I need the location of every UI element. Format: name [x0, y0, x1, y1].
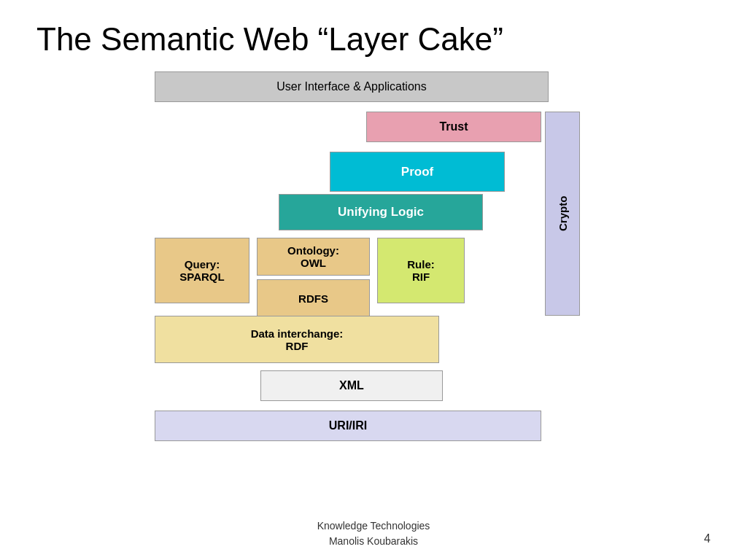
- slide: The Semantic Web “Layer Cake” User Inter…: [0, 0, 747, 560]
- footer-line1: Knowledge Technologies: [0, 518, 747, 534]
- layer-unifying-logic: Unifying Logic: [279, 194, 483, 230]
- layer-cake-diagram: User Interface & Applications Trust Proo…: [147, 71, 600, 458]
- layer-crypto: Crypto: [545, 112, 580, 316]
- footer: Knowledge Technologies Manolis Koubaraki…: [0, 518, 747, 549]
- layer-data-interchange-rdf: Data interchange: RDF: [155, 316, 439, 363]
- footer-line2: Manolis Koubarakis: [0, 534, 747, 549]
- layer-xml: XML: [260, 370, 443, 401]
- layer-ui: User Interface & Applications: [155, 71, 549, 102]
- layer-rule-rif: Rule: RIF: [377, 238, 465, 303]
- layer-ontology-owl: Ontology: OWL: [257, 238, 370, 276]
- layer-rdfs: RDFS: [257, 279, 370, 317]
- slide-title: The Semantic Web “Layer Cake”: [36, 22, 711, 57]
- layer-trust: Trust: [366, 112, 541, 142]
- layer-uri-iri: URI/IRI: [155, 411, 541, 441]
- slide-number: 4: [704, 532, 711, 545]
- layer-proof: Proof: [330, 152, 505, 192]
- layer-query-sparql: Query: SPARQL: [155, 238, 249, 303]
